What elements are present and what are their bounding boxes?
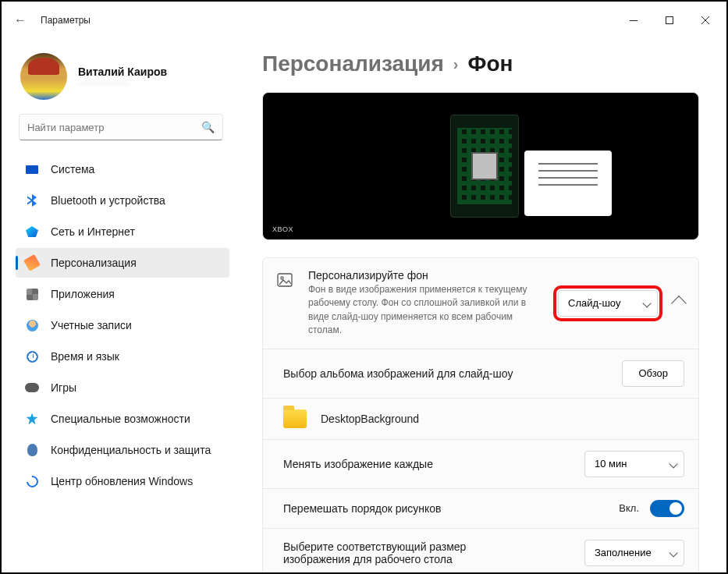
button-label: Обзор	[638, 367, 668, 379]
sidebar: Виталий Каиров —————— 🔍 Система Bluetoot…	[2, 39, 236, 572]
svg-rect-1	[666, 17, 673, 24]
svg-rect-0	[630, 20, 637, 21]
maximize-button[interactable]	[652, 8, 687, 33]
row-title: Выбор альбома изображений для слайд-шоу	[283, 367, 611, 380]
fit-dropdown[interactable]: Заполнение	[584, 540, 684, 566]
svg-point-3	[281, 277, 283, 279]
toggle-state-label: Вкл.	[619, 502, 639, 514]
collapse-chevron-icon[interactable]	[671, 296, 687, 311]
window-title: Параметры	[41, 15, 91, 26]
gaming-icon	[25, 383, 39, 392]
row-title: Выберите соответствующий размер изображе…	[283, 540, 517, 565]
nav-label: Конфиденциальность и защита	[51, 444, 211, 456]
nav-update[interactable]: Центр обновления Windows	[16, 466, 229, 496]
nav-label: Время и язык	[51, 350, 119, 363]
chevron-right-icon: ›	[453, 55, 459, 73]
dropdown-value: Заполнение	[595, 547, 652, 558]
avatar	[20, 53, 67, 100]
breadcrumb: Персонализация › Фон	[262, 51, 708, 76]
nav-apps[interactable]: Приложения	[16, 279, 229, 309]
system-icon	[26, 165, 38, 174]
titlebar: ← Параметры	[2, 2, 726, 39]
nav-label: Bluetooth и устройства	[51, 194, 165, 207]
dropdown-value: Слайд-шоу	[568, 297, 620, 309]
nav-label: Учетные записи	[51, 319, 132, 331]
row-folder[interactable]: DesktopBackground	[262, 398, 699, 439]
row-fit: Выберите соответствующий размер изображе…	[262, 528, 699, 572]
back-button[interactable]: ←	[5, 5, 36, 36]
settings-list: Персонализируйте фон Фон в виде изображе…	[262, 257, 699, 572]
breadcrumb-current: Фон	[468, 51, 513, 76]
breadcrumb-parent[interactable]: Персонализация	[262, 51, 444, 76]
window-controls	[616, 8, 723, 33]
nav-label: Сеть и Интернет	[51, 225, 135, 238]
nav-network[interactable]: Сеть и Интернет	[16, 217, 229, 246]
nav-label: Система	[51, 163, 94, 175]
row-title: Перемешать порядок рисунков	[283, 502, 608, 515]
bg-type-dropdown[interactable]: Слайд-шоу	[558, 290, 658, 317]
minimize-button[interactable]	[616, 8, 652, 33]
network-icon	[26, 226, 38, 237]
interval-dropdown[interactable]: 10 мин	[584, 451, 684, 477]
nav-gaming[interactable]: Игры	[16, 373, 229, 402]
main-content: Персонализация › Фон XBOX Персонализируй…	[236, 39, 726, 572]
nav-list: Система Bluetooth и устройства Сеть и Ин…	[16, 154, 229, 496]
nav-bluetooth[interactable]: Bluetooth и устройства	[16, 186, 229, 215]
nav-personalization[interactable]: Персонализация	[16, 248, 229, 278]
image-icon	[277, 272, 293, 291]
time-icon	[27, 351, 38, 363]
row-album: Выбор альбома изображений для слайд-шоу …	[262, 349, 699, 398]
close-button[interactable]	[687, 8, 723, 33]
nav-system[interactable]: Система	[16, 154, 229, 184]
row-interval: Менять изображение каждые 10 мин	[262, 439, 699, 488]
nav-time[interactable]: Время и язык	[16, 342, 229, 371]
browse-button[interactable]: Обзор	[622, 360, 684, 387]
accounts-icon	[27, 320, 38, 331]
nav-accessibility[interactable]: Специальные возможности	[16, 404, 229, 434]
folder-name: DesktopBackground	[321, 413, 419, 425]
search-icon: 🔍	[201, 121, 215, 133]
shuffle-toggle[interactable]	[650, 500, 684, 517]
desktop-preview: XBOX	[262, 92, 699, 240]
folder-icon	[283, 409, 307, 428]
nav-privacy[interactable]: Конфиденциальность и защита	[16, 435, 229, 465]
profile-name: Виталий Каиров	[78, 66, 167, 78]
nav-label: Игры	[51, 381, 76, 394]
update-icon	[23, 473, 40, 489]
highlight-annotation: Слайд-шоу	[553, 285, 662, 321]
privacy-icon	[27, 444, 37, 456]
profile-email: ——————	[78, 78, 167, 87]
bluetooth-icon	[27, 194, 37, 207]
nav-label: Приложения	[51, 288, 115, 300]
row-desc: Фон в виде изображения применяется к тек…	[308, 283, 542, 338]
row-title: Персонализируйте фон	[308, 269, 542, 282]
nav-label: Персонализация	[51, 257, 137, 269]
nav-accounts[interactable]: Учетные записи	[16, 310, 229, 340]
search-box[interactable]: 🔍	[19, 114, 223, 140]
row-shuffle: Перемешать порядок рисунков Вкл.	[262, 488, 699, 528]
personalization-icon	[23, 254, 41, 271]
row-personalize-bg: Персонализируйте фон Фон в виде изображе…	[262, 257, 699, 349]
accessibility-icon	[27, 413, 38, 425]
search-input[interactable]	[27, 122, 201, 133]
nav-label: Специальные возможности	[51, 413, 190, 425]
apps-icon	[27, 289, 38, 300]
nav-label: Центр обновления Windows	[51, 475, 193, 487]
row-title: Менять изображение каждые	[283, 458, 574, 470]
dropdown-value: 10 мин	[595, 458, 627, 469]
profile-block[interactable]: Виталий Каиров ——————	[20, 53, 226, 100]
